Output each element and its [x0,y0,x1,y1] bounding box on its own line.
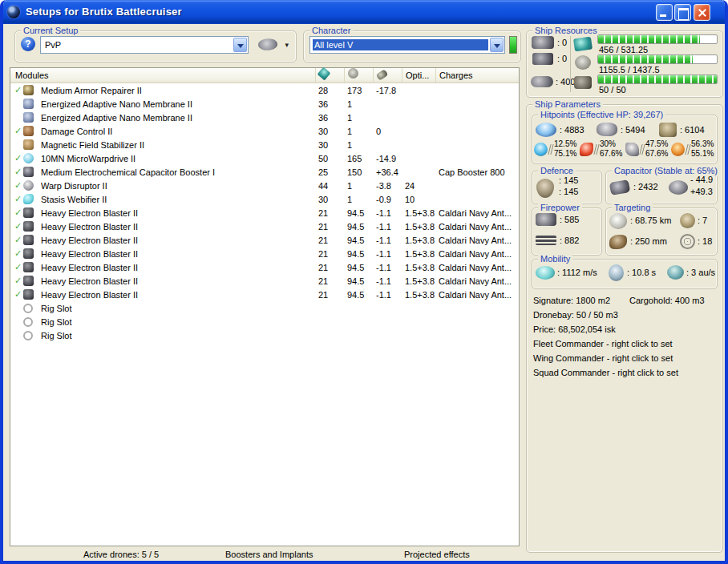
character-select[interactable]: All level V [309,36,505,54]
column-header-optimal[interactable]: Opti... [402,68,435,83]
close-button[interactable] [694,4,710,21]
module-row[interactable]: Rig Slot [10,301,519,315]
capacitor-drain-value: - 44.9 [690,175,713,184]
hitpoints-group: Hitpoints (Effective HP: 39,267) : 4883 … [532,115,718,164]
module-row[interactable]: Energized Adaptive Nano Membrane II 36 1 [10,111,519,124]
nano-membrane-icon [23,99,34,109]
module-powergrid: 94.5 [344,249,373,259]
maximize-button[interactable] [674,4,691,21]
module-row[interactable]: ✓ Heavy Electron Blaster II 21 94.5 -1.1… [10,206,519,220]
capacitor-group: Capacitor (Stable at: 65%) : 2432 - 44.9… [605,171,718,204]
module-cap-use: +36.4 [373,167,402,177]
max-targets-value: : 7 [698,216,707,225]
module-row[interactable]: ✓ Medium Electrochemical Capacitor Boost… [10,165,519,179]
defence-value-1: : 145 [559,175,578,185]
fitted-check-icon: ✓ [10,221,23,232]
minimize-button[interactable] [656,4,673,21]
defence-value-2: : 145 [559,187,578,196]
module-charge: Caldari Navy Ant... [435,222,519,232]
module-powergrid: 94.5 [344,276,373,286]
capacitor-recharge-icon [669,180,688,195]
shield-hp-value: : 4883 [560,125,584,135]
module-name: Energized Adaptive Nano Membrane II [41,99,315,109]
scan-resolution-value: : 250 mm [630,236,667,246]
help-icon[interactable]: ? [21,37,35,51]
firepower-label: Firepower [538,202,582,213]
eft-window: Setups for Brutix Battlecruiser Current … [0,0,728,564]
fitted-check-icon: ✓ [10,180,23,191]
module-optimal: 1.5+3.8 [402,208,435,218]
setup-select[interactable]: PvP [40,36,249,54]
blaster-icon [23,221,34,232]
column-header-modules[interactable]: Modules [10,68,315,83]
setup-tools-button[interactable]: ▾ [258,36,290,54]
calibration-value: : 400 [556,77,575,87]
projected-effects-section[interactable]: Projected effects [404,550,470,559]
module-row[interactable]: ✓ Heavy Electron Blaster II 21 94.5 -1.1… [10,260,519,274]
hitpoints-label: Hitpoints (Effective HP: 39,267) [538,109,665,120]
module-name: Energized Adaptive Nano Membrane II [41,113,315,123]
sensor-strength-value: : 18 [698,236,712,246]
module-row[interactable]: ✓ Damage Control II 30 1 0 [10,124,519,138]
volley-value: : 882 [560,236,579,245]
fleet-commander-text[interactable]: Fleet Commander - right click to set [533,339,673,348]
cpu-icon [317,67,331,81]
module-powergrid: 1 [344,127,373,136]
defence-icon [536,179,554,198]
modules-table-header: Modules Opti... Charges [10,68,519,83]
active-drones-section[interactable]: Active drones: 5 / 5 [83,550,159,559]
module-name: Heavy Electron Blaster II [41,222,315,232]
column-header-charges[interactable]: Charges [435,68,519,83]
title-bar[interactable]: Setups for Brutix Battlecruiser [0,0,728,24]
module-row[interactable]: ✓ Medium Armor Repairer II 28 173 -17.8 [10,83,519,97]
em-damage-icon [534,143,548,156]
module-charge: Caldari Navy Ant... [435,276,519,286]
warp-disruptor-icon [23,180,34,191]
boosters-implants-section[interactable]: Boosters and Implants [225,550,313,559]
current-setup-label: Current Setup [21,25,80,36]
module-name: Heavy Electron Blaster II [41,208,315,218]
module-name: Rig Slot [41,304,315,313]
fitted-check-icon: ✓ [10,276,23,286]
rig-slot-icon [23,331,33,340]
module-name: Heavy Electron Blaster II [41,249,315,259]
calibration-icon [531,76,553,87]
module-row[interactable]: Energized Adaptive Nano Membrane II 36 1 [10,97,519,111]
explosive-resist-values: 56.3%55.1% [691,139,714,159]
squad-commander-text[interactable]: Squad Commander - right click to set [533,368,678,377]
warp-speed-value: : 3 au/s [686,268,715,277]
module-row[interactable]: ✓ Heavy Electron Blaster II 21 94.5 -1.1… [10,233,519,247]
module-row[interactable]: ✓ Stasis Webifier II 30 1 -0.9 10 [10,192,519,206]
module-row[interactable]: Rig Slot [10,315,519,328]
module-row[interactable]: ✓ Warp Disruptor II 44 1 -3.8 24 [10,179,519,192]
wing-commander-text[interactable]: Wing Commander - right click to set [533,353,673,363]
module-optimal: 1.5+3.8 [402,290,435,300]
module-row[interactable]: ✓ Heavy Electron Blaster II 21 94.5 -1.1… [10,288,519,301]
dps-value: : 585 [560,215,579,224]
module-cpu: 21 [315,222,344,232]
module-row[interactable]: ✓ Heavy Electron Blaster II 21 94.5 -1.1… [10,220,519,233]
module-cpu: 30 [315,140,344,150]
module-cpu: 21 [315,263,344,272]
column-header-capacitor[interactable] [373,68,402,83]
module-row[interactable]: ✓ 10MN MicroWarpdrive II 50 165 -14.9 [10,151,519,165]
column-header-cpu[interactable] [315,68,344,83]
targeting-range-value: : 68.75 km [630,216,671,225]
chevron-down-icon[interactable] [233,38,247,52]
capacitor-icon [376,69,389,81]
module-row[interactable]: Magnetic Field Stabilizer II 30 1 [10,138,519,151]
module-name: Warp Disruptor II [41,181,315,191]
column-header-powergrid[interactable] [344,68,373,83]
module-row[interactable]: ✓ Heavy Electron Blaster II 21 94.5 -1.1… [10,274,519,288]
module-row[interactable]: Rig Slot [10,328,519,342]
module-cap-use: -1.1 [373,208,402,218]
module-cpu: 21 [315,208,344,218]
module-row[interactable]: ✓ Heavy Electron Blaster II 21 94.5 -1.1… [10,247,519,260]
thermal-resist: 30%67.6% [580,139,625,159]
module-powergrid: 1 [344,113,373,123]
module-name: Magnetic Field Stabilizer II [41,140,315,150]
chevron-down-icon[interactable] [490,38,504,52]
max-velocity-icon [536,266,555,280]
modules-table-body: ✓ Medium Armor Repairer II 28 173 -17.8 … [10,83,519,342]
module-powergrid: 94.5 [344,263,373,272]
